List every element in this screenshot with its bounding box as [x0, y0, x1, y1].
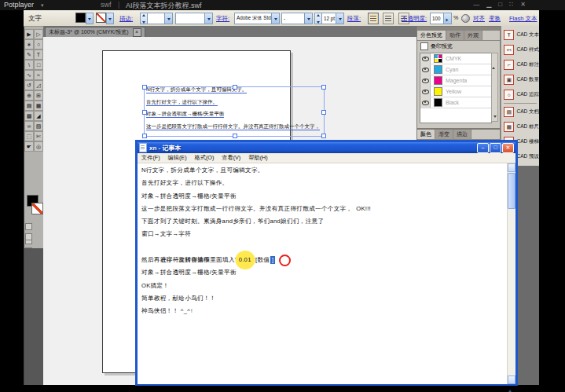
menu-file[interactable]: 文件(F) [138, 154, 164, 162]
fill-color-control[interactable] [75, 13, 94, 24]
tool-hand-icon[interactable]: ☛ [24, 141, 34, 152]
tool-free-transform-icon[interactable]: ⊞ [34, 90, 43, 101]
variable-width-dropdown-icon[interactable] [204, 13, 212, 24]
selection-handle[interactable] [321, 85, 326, 90]
opacity-link[interactable]: 不透明度: [402, 15, 427, 23]
cad-dimension-button[interactable]: ⌐ CAD 标注 [501, 57, 539, 72]
cad-style-button[interactable]: ↤ CAD 样式 [501, 42, 539, 57]
plate-row-cmyk[interactable]: CMYK [420, 53, 491, 64]
selection-handle[interactable] [142, 85, 147, 90]
toolbox-stroke-swatch[interactable] [31, 203, 43, 214]
player-menu-arrow-icon[interactable]: ▾ [41, 2, 44, 9]
tool-live-paint-icon[interactable]: ▧ [34, 121, 43, 131]
align-center-button[interactable] [383, 13, 394, 24]
cad-text-button[interactable]: Ŧ CAD 文本 [501, 27, 539, 42]
notepad-minimize-icon[interactable]: – [477, 143, 489, 153]
tab-separations-preview[interactable]: 分色预览 [417, 31, 446, 40]
cad-ruler-button[interactable]: ▦ CAD 标尺 [501, 119, 539, 134]
menu-edit[interactable]: 编辑(E) [164, 154, 191, 162]
eye-icon[interactable] [422, 68, 429, 72]
tool-eyedropper-icon[interactable]: ◢ [34, 111, 43, 121]
eye-icon[interactable] [422, 57, 429, 61]
tab-gradient[interactable]: 渐变 [435, 130, 453, 139]
selection-handle[interactable] [233, 85, 237, 90]
selection-handle[interactable] [142, 134, 147, 138]
visibility-cell[interactable] [420, 97, 431, 108]
opacity-input[interactable]: 100 [430, 13, 452, 24]
selection-handle[interactable] [142, 110, 147, 115]
notepad-titlebar[interactable]: xn - 记事本 – □ ✕ [138, 142, 515, 153]
stroke-dropdown-icon[interactable] [106, 13, 114, 24]
tool-zoom-icon[interactable]: ◎ [34, 141, 43, 152]
notepad-scrollbar[interactable] [507, 163, 515, 384]
selection-handle[interactable] [321, 134, 326, 138]
stroke-spinner[interactable] [141, 13, 148, 24]
notepad-scroll-thumb[interactable] [508, 173, 515, 209]
opacity-options-icon[interactable] [461, 14, 470, 23]
player-maximize-icon[interactable]: □ [498, 1, 502, 8]
eye-icon[interactable] [422, 79, 429, 83]
transform-panel-link[interactable]: 变换 [489, 15, 501, 23]
visibility-cell[interactable] [420, 75, 431, 86]
screen-mode-normal-icon[interactable] [25, 233, 32, 240]
document-tab[interactable]: 未标题-3* @ 100% (CMYK/预览) × [45, 27, 145, 38]
opacity-spinner-icon[interactable] [443, 13, 451, 24]
flash-text-link[interactable]: Flash 文本 [509, 15, 537, 23]
tool-magic-wand-icon[interactable]: ∗ [24, 39, 34, 49]
player-close-icon[interactable]: ✕ [520, 1, 526, 8]
stroke-weight-dropdown-icon[interactable] [164, 13, 172, 24]
font-style-combo[interactable]: - [281, 13, 313, 24]
font-style-dropdown-icon[interactable] [304, 13, 312, 24]
tool-mesh-icon[interactable]: ▦ [34, 101, 43, 111]
tool-pen-icon[interactable]: ✎ [24, 49, 34, 60]
visibility-cell[interactable] [420, 53, 431, 64]
tool-graph-icon[interactable]: ▤ [24, 101, 34, 111]
eye-icon[interactable] [422, 90, 429, 94]
font-size-dropdown-icon[interactable] [336, 13, 343, 24]
tab-appearance[interactable]: 外观 [464, 31, 482, 40]
cad-track-button[interactable]: ☼ CAD 追踪 [501, 87, 539, 102]
menu-help[interactable]: 帮助(H) [244, 154, 271, 162]
font-family-combo[interactable]: Adobe 宋体 Std L [234, 13, 280, 24]
paragraph-link[interactable]: 段落: [347, 15, 361, 23]
font-size-combo[interactable]: 12 pt [314, 13, 344, 24]
notepad-scroll-up-button[interactable] [508, 163, 515, 172]
selection-bounding-box[interactable] [144, 86, 325, 137]
tool-rectangle-icon[interactable]: □ [34, 60, 43, 70]
scroll-down-icon[interactable] [493, 115, 497, 119]
player-playlist-icon[interactable]: ∷ [509, 1, 513, 8]
notepad-scroll-down-button[interactable] [508, 376, 515, 384]
variable-width-combo[interactable] [175, 13, 213, 24]
menu-format[interactable]: 格式(O) [191, 154, 218, 162]
fill-swatch[interactable] [75, 13, 86, 23]
stroke-weight-combo[interactable] [140, 13, 173, 24]
menu-view[interactable]: 查看(V) [218, 154, 244, 162]
selection-handle[interactable] [321, 110, 326, 115]
document-tab-close-icon[interactable]: × [133, 28, 141, 37]
tool-blend-icon[interactable]: ∞ [24, 121, 34, 131]
fill-dropdown-icon[interactable] [86, 13, 94, 24]
cad-count-button[interactable]: ▣ CAD 数量 [501, 72, 539, 87]
overprint-preview-checkbox[interactable] [420, 42, 428, 50]
stroke-color-control[interactable] [96, 13, 114, 24]
notepad-text-area[interactable]: N行文字，拆分成单个文字，且可编辑文字。 首先打好文字，进行以下操作。 对象→拼… [138, 163, 515, 384]
tool-paintbrush-icon[interactable]: ≈ [34, 70, 43, 80]
align-panel-link[interactable]: 对齐 [473, 15, 485, 23]
player-app-name[interactable]: Potplayer [4, 1, 34, 9]
tab-stroke[interactable]: 描边 [453, 130, 471, 139]
cad-document-button[interactable]: ▤ CAD 文档 [501, 104, 539, 119]
tool-pencil-icon[interactable]: ∿ [24, 70, 34, 80]
plate-row-cyan[interactable]: Cyan [420, 64, 491, 75]
tool-type-icon[interactable]: T [34, 49, 43, 60]
selection-handle[interactable] [233, 134, 237, 138]
tool-direct-selection-icon[interactable]: ▷ [34, 29, 43, 39]
tool-scale-icon[interactable]: ◿ [34, 80, 43, 90]
font-size-spinner[interactable] [315, 13, 322, 24]
tool-scissors-icon[interactable]: ✄ [34, 131, 43, 141]
tool-line-icon[interactable]: \ [24, 60, 34, 70]
notepad-maximize-icon[interactable]: □ [490, 143, 501, 153]
scroll-up-icon[interactable] [492, 52, 495, 69]
plate-row-magenta[interactable]: Magenta [420, 75, 491, 86]
plate-row-yellow[interactable]: Yellow [420, 86, 491, 97]
stroke-none-swatch[interactable] [96, 13, 106, 23]
